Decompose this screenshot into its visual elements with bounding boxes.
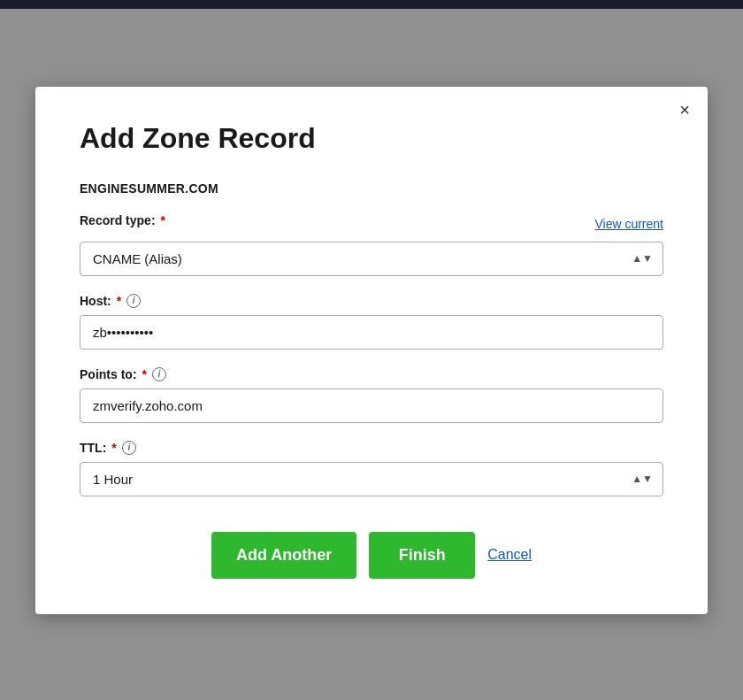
record-type-row: Record type: * View current — [80, 213, 663, 235]
top-bar — [0, 0, 743, 9]
record-type-select-wrapper: A AAAA CNAME (Alias) MX TXT NS SRV CAA ▲… — [80, 242, 663, 276]
add-another-button[interactable]: Add Another — [211, 532, 356, 579]
points-to-label-text: Points to: — [80, 367, 137, 381]
ttl-group: TTL: * i 1/2 Hour 1 Hour 2 Hours 4 Hours… — [80, 441, 663, 496]
cancel-button[interactable]: Cancel — [487, 547, 532, 563]
modal-title: Add Zone Record — [80, 122, 663, 155]
points-to-info-icon: i — [152, 367, 166, 381]
close-button[interactable]: × — [679, 101, 690, 119]
host-group: Host: * i — [80, 294, 663, 350]
record-type-required: * — [161, 213, 165, 227]
host-input[interactable] — [80, 315, 663, 350]
host-info-icon: i — [126, 294, 141, 308]
record-type-label-text: Record type: — [80, 213, 156, 227]
ttl-required: * — [111, 441, 116, 455]
ttl-label-text: TTL: — [80, 441, 106, 455]
ttl-label: TTL: * i — [80, 441, 663, 455]
host-label: Host: * i — [80, 294, 663, 308]
points-to-group: Points to: * i — [80, 367, 663, 423]
record-type-group: Record type: * View current A AAAA CNAME… — [80, 213, 663, 276]
points-to-input[interactable] — [80, 388, 663, 423]
button-row: Add Another Finish Cancel — [80, 532, 663, 579]
finish-button[interactable]: Finish — [369, 532, 475, 579]
add-zone-record-modal: × Add Zone Record ENGINESUMMER.COM Recor… — [35, 87, 708, 614]
domain-label: ENGINESUMMER.COM — [80, 181, 663, 196]
record-type-select[interactable]: A AAAA CNAME (Alias) MX TXT NS SRV CAA — [80, 242, 663, 276]
ttl-info-icon: i — [122, 441, 136, 455]
view-current-link[interactable]: View current — [594, 217, 663, 231]
points-to-label: Points to: * i — [80, 367, 663, 381]
points-to-required: * — [142, 367, 147, 381]
ttl-select-wrapper: 1/2 Hour 1 Hour 2 Hours 4 Hours 12 Hours… — [80, 462, 663, 496]
ttl-select[interactable]: 1/2 Hour 1 Hour 2 Hours 4 Hours 12 Hours… — [80, 462, 663, 496]
record-type-label: Record type: * — [80, 213, 165, 227]
host-required: * — [117, 294, 121, 308]
modal-overlay: × Add Zone Record ENGINESUMMER.COM Recor… — [0, 0, 743, 700]
host-label-text: Host: — [80, 294, 111, 308]
